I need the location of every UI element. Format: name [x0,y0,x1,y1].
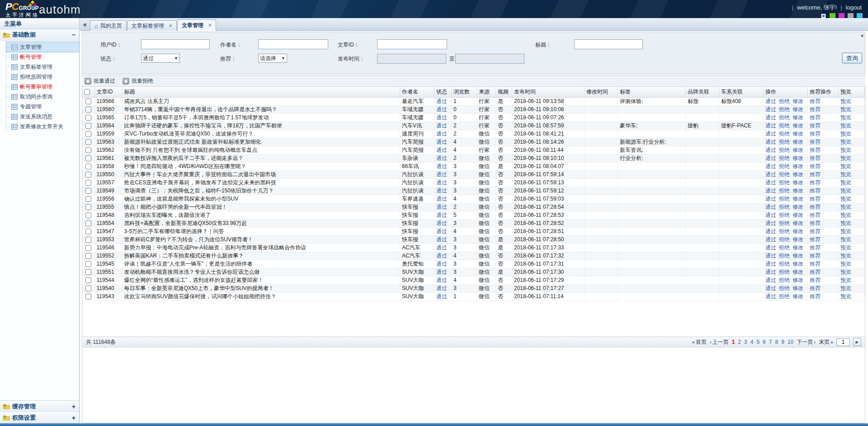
sidebar-item-link[interactable]: 取消同步查询 [6,92,79,102]
recommend-link[interactable]: 推荐 [810,277,821,283]
recommend-link[interactable]: 推荐 [810,196,821,202]
page-number-link[interactable]: 8 [775,339,778,345]
preview-link[interactable]: 预览 [840,204,851,210]
last-page-button[interactable]: 末页» [819,338,833,346]
preview-link[interactable]: 预览 [840,253,851,259]
sidebar-group-basic-data[interactable]: 基础数据 − [0,29,79,41]
preview-link[interactable]: 预览 [840,98,851,104]
preview-link[interactable]: 预览 [840,155,851,161]
page-number-link[interactable]: 6 [763,339,766,345]
next-page-button[interactable]: 下一页› [797,338,816,346]
reject-link[interactable]: 拒绝 [779,204,790,210]
recommend-link[interactable]: 推荐 [810,147,821,153]
edit-link[interactable]: 修改 [793,163,803,169]
recommend-link[interactable]: 推荐 [810,106,821,112]
edit-link[interactable]: 修改 [793,220,803,226]
column-header[interactable]: 预览 [839,87,865,97]
approve-link[interactable]: 通过 [765,179,776,186]
column-header[interactable]: 浏览数 [452,87,477,97]
page-number-link[interactable]: 2 [738,339,741,345]
expand-plus-icon[interactable]: + [72,415,75,421]
reject-link[interactable]: 拒绝 [779,155,790,161]
edit-link[interactable]: 修改 [793,147,803,153]
preview-link[interactable]: 预览 [840,179,851,186]
sidebar-item-link[interactable]: 帐号重审管理 [6,82,79,92]
edit-link[interactable]: 修改 [793,155,803,161]
preview-link[interactable]: 预览 [840,131,851,137]
edit-link[interactable]: 修改 [793,269,803,275]
approve-link[interactable]: 通过 [765,131,776,137]
column-header[interactable]: 修改时间 [585,87,618,97]
row-checkbox[interactable] [85,107,91,112]
approve-link[interactable]: 通过 [765,106,776,112]
page-number-current[interactable]: 1 [732,339,735,345]
page-number-link[interactable]: 3 [744,339,747,345]
recommend-link[interactable]: 推荐 [810,253,821,259]
row-checkbox[interactable] [85,204,91,210]
column-header[interactable]: 作者名 [400,87,434,97]
sidebar-group-permissions[interactable]: 权限设置 + [0,412,79,423]
recommend-link[interactable]: 推荐 [810,179,821,186]
recommend-link[interactable]: 推荐 [810,269,821,275]
approve-link[interactable]: 通过 [765,204,776,210]
edit-link[interactable]: 修改 [793,98,803,104]
reject-link[interactable]: 拒绝 [779,171,790,178]
approve-link[interactable]: 通过 [765,220,776,226]
recommend-link[interactable]: 推荐 [810,244,821,251]
theme-swatch[interactable] [848,13,854,18]
sidebar-item-link[interactable]: 发送系统消息 [6,112,79,122]
preview-link[interactable]: 预览 [840,196,851,202]
row-checkbox[interactable] [85,261,91,267]
reject-link[interactable]: 拒绝 [779,212,790,218]
reject-link[interactable]: 拒绝 [779,269,790,275]
row-checkbox[interactable] [85,220,91,226]
sidebar-item-link[interactable]: 发表修改文章开关 [6,122,79,131]
goto-page-input[interactable] [836,338,850,346]
edit-link[interactable]: 修改 [793,244,803,251]
title-input[interactable] [574,39,643,49]
article-id-input[interactable] [377,39,447,49]
row-checkbox[interactable] [85,147,91,153]
preview-link[interactable]: 预览 [840,293,851,300]
reject-link[interactable]: 拒绝 [779,139,790,145]
preview-link[interactable]: 预览 [840,244,851,251]
reject-link[interactable]: 拒绝 [779,179,790,186]
edit-link[interactable]: 修改 [793,139,803,145]
logout-link[interactable]: logout [846,4,862,11]
row-checkbox[interactable] [85,196,91,202]
approve-link[interactable]: 通过 [765,147,776,153]
approve-link[interactable]: 通过 [765,285,776,291]
recommend-link[interactable]: 推荐 [810,261,821,267]
approve-link[interactable]: 通过 [765,155,776,161]
column-header[interactable]: 推荐操作 [808,87,839,97]
edit-link[interactable]: 修改 [793,187,803,194]
edit-link[interactable]: 修改 [793,204,803,210]
approve-link[interactable]: 通过 [765,293,776,300]
reject-link[interactable]: 拒绝 [779,220,790,226]
page-number-link[interactable]: 10 [788,339,793,345]
reject-link[interactable]: 拒绝 [779,187,790,194]
edit-link[interactable]: 修改 [793,122,803,129]
edit-link[interactable]: 修改 [793,261,803,267]
sidebar-item-active[interactable]: 文章管理 [6,42,79,52]
row-checkbox[interactable] [85,180,91,186]
approve-link[interactable]: 通过 [765,244,776,251]
column-header[interactable]: 车系关联 [719,87,764,97]
expand-plus-icon[interactable]: + [72,403,75,410]
theme-swatch[interactable] [821,13,826,18]
approve-link[interactable]: 通过 [765,139,776,145]
close-icon[interactable]: × [208,22,212,28]
row-checkbox[interactable] [85,123,91,129]
author-input[interactable] [258,39,328,49]
row-checkbox[interactable] [85,172,91,178]
edit-link[interactable]: 修改 [793,277,803,283]
preview-link[interactable]: 预览 [840,147,851,153]
column-header[interactable]: 文章ID [94,87,122,97]
reject-link[interactable]: 拒绝 [779,131,790,137]
page-number-link[interactable]: 7 [769,339,772,345]
preview-link[interactable]: 预览 [840,122,851,129]
column-header[interactable]: 来源 [477,87,496,97]
row-checkbox[interactable] [85,245,91,251]
column-header[interactable]: 发布时间 [512,87,585,97]
status-select[interactable]: 通过▼ [141,54,180,63]
